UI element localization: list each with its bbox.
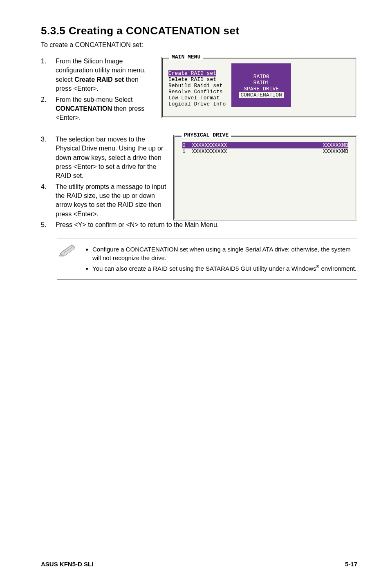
step-1: 1. From the Silicon Image configuration …: [41, 57, 155, 94]
step-text: From the sub-menu Select: [56, 96, 133, 103]
step-body: The utility prompts a message to input t…: [56, 182, 168, 219]
drive-index: 1: [182, 148, 186, 155]
step-3: 3. The selection bar moves to the Physic…: [41, 135, 168, 181]
panel-legend: MAIN MENU: [169, 54, 203, 60]
note-item: Configure a CONCATENATION set when using…: [92, 245, 357, 262]
note-list: Configure a CONCATENATION set when using…: [85, 243, 357, 274]
drive-size: XXXXXXMB: [323, 142, 348, 148]
section-heading: 5.3.5 Creating a CONCATENATION set: [41, 25, 357, 37]
sub-menu-item-selected[interactable]: CONCATENATION: [239, 92, 283, 98]
step-body: From the Silicon Image configuration uti…: [56, 57, 155, 94]
page-footer: ASUS KFN5-D SLI 5-17: [41, 558, 357, 568]
menu-item[interactable]: Resolve Conflicts: [168, 89, 223, 95]
step-body: From the sub-menu Select CONCATENATION t…: [56, 95, 155, 123]
drive-name: XXXXXXXXXXX: [192, 142, 227, 148]
physical-drive-panel: PHYSICAL DRIVE 0 XXXXXXXXXXX XXXXXXMB 1 …: [173, 135, 357, 221]
sub-menu-panel: RAID0 RAID1 SPARE DRIVE CONCATENATION: [231, 63, 291, 107]
drive-name: XXXXXXXXXXX: [192, 148, 227, 155]
note-item: You can also create a RAID set using the…: [92, 264, 357, 273]
step-number: 3.: [41, 135, 56, 181]
step-body: The selection bar moves to the Physical …: [56, 135, 168, 181]
step-4: 4. The utility prompts a message to inpu…: [41, 182, 168, 219]
drive-size: XXXXXXMB: [323, 148, 348, 155]
sub-menu-item[interactable]: RAID0: [253, 74, 269, 80]
step-number: 2.: [41, 95, 56, 123]
step-number: 4.: [41, 182, 56, 219]
bold-term: Create RAID set: [74, 76, 124, 83]
bold-term: CONCATENATION: [56, 105, 112, 112]
drive-index: 0: [182, 142, 186, 148]
footer-left: ASUS KFN5-D SLI: [41, 561, 93, 568]
step-number: 5.: [41, 220, 56, 229]
note-block: Configure a CONCATENATION set when using…: [57, 238, 357, 280]
sub-menu-item[interactable]: RAID1: [253, 80, 269, 86]
step-body: Press <Y> to confirm or <N> to return to…: [56, 220, 357, 229]
step-number: 1.: [41, 57, 56, 94]
panel-legend: PHYSICAL DRIVE: [182, 132, 231, 138]
main-menu-panel: MAIN MENU Create RAID set Delete RAID se…: [161, 57, 357, 118]
drive-row[interactable]: 1 XXXXXXXXXXX XXXXXXMB: [182, 148, 348, 155]
menu-item[interactable]: Rebuild Raid1 set: [168, 83, 223, 89]
footer-right: 5-17: [345, 561, 357, 568]
menu-item[interactable]: Logical Drive Info: [168, 101, 226, 107]
menu-item[interactable]: Low Level Format: [168, 95, 220, 101]
step-5: 5. Press <Y> to confirm or <N> to return…: [41, 220, 357, 229]
note-pencil-icon: [57, 241, 77, 277]
menu-list: Create RAID set Delete RAID set Rebuild …: [168, 64, 226, 107]
drive-row-selected[interactable]: 0 XXXXXXXXXXX XXXXXXMB: [182, 142, 348, 148]
intro-text: To create a CONCATENATION set:: [41, 41, 357, 49]
step-2: 2. From the sub-menu Select CONCATENATIO…: [41, 95, 155, 123]
menu-item-selected[interactable]: Create RAID set: [168, 70, 216, 76]
menu-item[interactable]: Delete RAID set: [168, 76, 216, 83]
sub-menu-item[interactable]: SPARE DRIVE: [244, 86, 279, 92]
